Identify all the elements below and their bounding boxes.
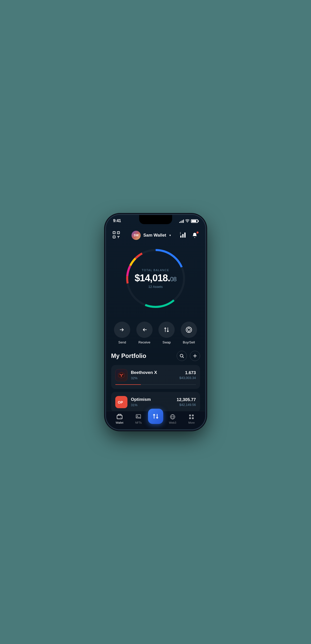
nfts-icon [135,414,141,420]
bottom-nav: Wallet NFTs [106,411,205,429]
send-label: Send [118,340,126,344]
portfolio-title: My Portfolio [111,352,146,359]
header-right-actions [180,231,199,239]
svg-rect-3 [114,232,114,233]
web3-icon [170,414,176,420]
wallet-icon [117,414,123,420]
analytics-button[interactable] [180,232,187,239]
optimism-usd: $42,149.56 [179,403,196,407]
optimism-header: OP Optimism 31% 12,305.77 $42,149.56 [115,396,196,408]
nav-wallet[interactable]: Wallet [110,414,129,424]
nav-nfts[interactable]: NFTs [129,414,148,424]
total-balance-amount: $14,018.08 [135,273,176,283]
optimism-values: 12,305.77 $42,149.56 [177,397,196,407]
notification-badge [196,231,199,234]
notch [139,215,172,224]
nav-web3-label: Web3 [169,421,176,424]
notification-button[interactable] [191,231,199,239]
receive-label: Receive [138,340,150,344]
swap-button[interactable]: Swap [157,322,177,344]
app-content: 9:41 [106,215,205,429]
svg-point-20 [187,328,190,331]
battery-icon [191,219,198,223]
action-buttons: Send Receive Swap [106,317,205,347]
status-icons [179,219,198,223]
optimism-left: OP Optimism 31% [115,396,151,408]
send-icon [119,327,125,333]
portfolio-header: My Portfolio [111,351,200,361]
search-icon [179,354,184,358]
svg-rect-8 [180,236,182,238]
beethoven-amount: 1.673 [179,370,196,375]
wifi-icon [185,219,189,223]
portfolio-actions [177,351,200,361]
svg-rect-10 [184,233,186,238]
wallet-name: Sam Wallet [143,233,166,238]
svg-point-26 [137,416,138,417]
optimism-name: Optimism [131,397,151,402]
beethoven-usd: $43,003.34 [179,376,196,380]
add-asset-button[interactable] [190,351,200,361]
status-time: 9:41 [113,219,121,223]
svg-rect-29 [189,415,191,416]
portfolio-item-beethoven[interactable]: Beethoven X 32% 1.673 $43,003.34 [111,365,200,389]
optimism-percent: 31% [131,403,151,407]
nav-more-label: More [188,421,195,424]
beethoven-values: 1.673 $43,003.34 [179,370,196,380]
optimism-info: Optimism 31% [131,397,151,407]
phone-frame: 9:41 [106,215,205,429]
beethoven-left: Beethoven X 32% [115,369,157,381]
svg-rect-11 [180,232,181,235]
nav-web3[interactable]: Web3 [163,414,182,424]
nav-more[interactable]: More [182,414,201,424]
signal-icon [179,219,184,223]
balance-main: $14,018. [135,272,170,283]
beethoven-logo [115,369,127,381]
send-icon-circle [114,322,130,338]
optimism-amount: 12,305.77 [177,397,196,402]
circle-chart: TOTAL BALANCE $14,018.08 12 Assets [123,245,189,311]
total-balance-label: TOTAL BALANCE [135,268,176,271]
more-icon [188,414,194,420]
plus-icon [193,354,197,358]
buysell-label: Buy/Sell [183,340,195,344]
nav-nfts-label: NFTs [135,421,142,424]
beethoven-name: Beethoven X [131,370,157,375]
svg-rect-9 [182,234,184,238]
nav-wallet-label: Wallet [116,421,123,424]
beethoven-percent: 32% [131,376,157,380]
optimism-logo: OP [115,396,127,408]
scanner-icon [112,231,120,239]
chart-icon [180,232,187,238]
assets-count: 12 Assets [135,285,176,288]
balance-cents: 08 [170,275,176,282]
balance-section: TOTAL BALANCE $14,018.08 12 Assets [106,243,205,317]
scanner-button[interactable] [112,231,122,240]
svg-rect-24 [117,415,122,419]
beethoven-info: Beethoven X 32% [131,370,157,380]
buysell-button[interactable]: Buy/Sell [179,322,199,344]
swap-label: Swap [162,340,171,344]
swap-icon [163,327,170,333]
beethoven-progress-fill [115,384,141,385]
nav-center-button[interactable] [148,409,163,424]
search-button[interactable] [177,351,187,361]
svg-rect-31 [189,417,191,419]
beethoven-progress-bar [115,384,196,385]
receive-button[interactable]: Receive [134,322,155,344]
chevron-down-icon: ▾ [169,234,171,237]
svg-text:OP: OP [118,400,123,404]
swap-icon-circle [158,322,175,338]
beethoven-header: Beethoven X 32% 1.673 $43,003.34 [115,369,196,381]
receive-icon-circle [136,322,153,338]
svg-rect-32 [192,417,194,419]
buysell-icon [186,326,192,333]
balance-center: TOTAL BALANCE $14,018.08 12 Assets [135,268,176,288]
buysell-icon-circle [181,322,197,338]
center-swap-icon [152,413,159,420]
svg-rect-30 [192,415,194,416]
wallet-selector[interactable]: SW Sam Wallet ▾ [132,231,171,240]
svg-rect-5 [114,237,114,237]
svg-rect-4 [118,232,119,233]
send-button[interactable]: Send [112,322,133,344]
